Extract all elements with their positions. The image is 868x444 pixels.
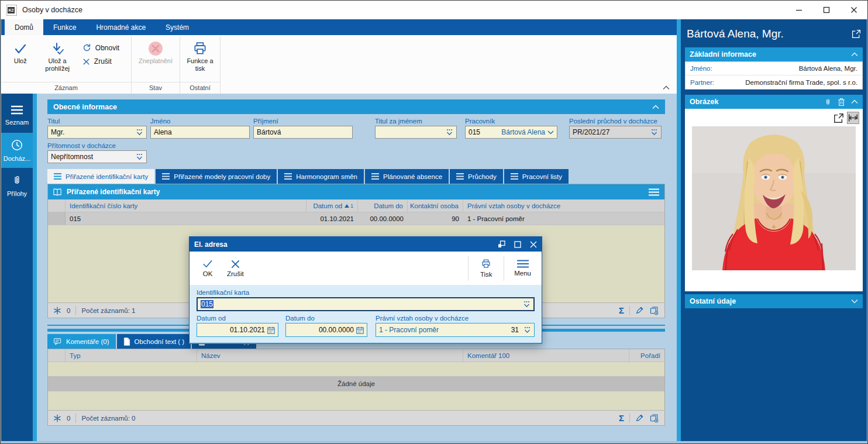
collapse-section-button[interactable] [652, 105, 659, 109]
posledni-pruchod-field[interactable]: PR/2021/27 [569, 126, 662, 139]
functions-print-button[interactable]: Funkce a tisk [182, 36, 218, 82]
fit-width-button[interactable] [847, 112, 859, 124]
cancel-button[interactable]: Zrušit [82, 57, 124, 66]
ribbon-tab-domu[interactable]: Domů [5, 19, 43, 35]
edit-pencil-button[interactable] [635, 306, 644, 315]
check-icon [202, 259, 213, 269]
calendar-icon[interactable] [356, 326, 364, 334]
jmeno-field[interactable]: Alena [150, 126, 250, 139]
ribbon-tab-hromadne-akce[interactable]: Hromadné akce [86, 19, 156, 35]
column-datum-od[interactable]: Datum od 1 [306, 199, 358, 212]
tab-harmonogram-smen[interactable]: Harmonogram směn [278, 169, 364, 184]
tab-modely-pracovni-doby[interactable]: Přiřazené modely pracovní doby [156, 169, 277, 184]
save-button[interactable]: Ulož [4, 36, 37, 82]
calendar-icon[interactable] [267, 326, 275, 334]
person-name: Bártová Alena, Mgr. [687, 27, 784, 40]
open-external-icon [852, 29, 861, 39]
ribbon-tab-system[interactable]: Systém [156, 19, 199, 35]
date-to-input[interactable]: 00.00.0000 [285, 323, 367, 337]
group-label-record: Záznam [1, 82, 131, 94]
dialog-titlebar[interactable]: El. adresa [190, 237, 542, 252]
tab-prirazene-karty[interactable]: Přiřazené identifikační karty [47, 169, 154, 184]
prijmeni-field[interactable]: Bártová [253, 126, 353, 139]
table-menu-button[interactable] [646, 187, 662, 198]
dropdown-icon[interactable] [523, 301, 531, 308]
open-detail-button[interactable] [852, 29, 861, 39]
sum-button[interactable]: Σ [619, 306, 624, 315]
ok-button[interactable]: OK [195, 257, 220, 280]
card-field-input[interactable]: 015 [197, 297, 535, 311]
dialog-cancel-label: Zrušit [227, 270, 244, 277]
ribbon-tab-strip: Domů Funkce Hromadné akce Systém [1, 19, 677, 35]
tab-pruchody[interactable]: Průchody [450, 169, 503, 184]
tab-komentare[interactable]: Komentáře (0) [47, 334, 116, 349]
chevron-up-icon [652, 105, 659, 109]
add-record-button[interactable] [649, 414, 659, 423]
paperclip-icon[interactable] [824, 98, 832, 106]
ribbon-collapse-button[interactable] [663, 85, 670, 90]
sidebar-item-seznam[interactable]: Seznam [1, 98, 33, 133]
maximize-icon[interactable] [514, 241, 521, 248]
tab-obchodni-text[interactable]: Obchodní text ( ) [117, 334, 191, 349]
other-data-bar[interactable]: Ostatní údaje [685, 294, 863, 308]
column-poradi[interactable]: Pořadí [629, 349, 664, 362]
sidebar-splitter[interactable] [33, 94, 37, 441]
pracovnik-field[interactable]: 015 Bártová Alena [465, 126, 557, 139]
picture-bar[interactable]: Obrázek [685, 95, 863, 109]
maximize-button[interactable] [812, 1, 840, 19]
dropdown-icon[interactable] [523, 326, 531, 333]
column-datum-do[interactable]: Datum do [358, 199, 408, 212]
print-label: Tisk [480, 271, 492, 278]
chevron-down-icon[interactable] [851, 299, 858, 304]
titul-value: Mgr. [51, 128, 64, 136]
dropdown-icon[interactable] [650, 129, 658, 136]
chevron-up-icon[interactable] [851, 99, 858, 104]
dropdown-icon[interactable] [446, 129, 453, 136]
titul-field[interactable]: Mgr. [47, 126, 147, 139]
sidebar-item-dochazka[interactable]: Docház... [1, 133, 33, 168]
column-cislo-karty[interactable]: Identifikační číslo karty [66, 199, 306, 212]
basic-info-bar[interactable]: Základní informace [685, 47, 863, 61]
menu-button[interactable]: Menu [509, 257, 536, 279]
ribbon-group-state: Zneplatnění Stav [132, 35, 180, 94]
titlebar: K2 Osoby v docházce [1, 1, 867, 19]
pritomnost-field[interactable]: Nepřítomnost [47, 150, 147, 163]
person-header: Bártová Alena, Mgr. [685, 24, 863, 47]
dialog-cancel-button[interactable]: Zrušit [222, 257, 249, 280]
restore-icon[interactable] [498, 240, 505, 248]
column-nazev[interactable]: Název [197, 349, 463, 362]
close-icon[interactable] [530, 241, 537, 248]
comment-icon [54, 338, 62, 345]
dropdown-icon[interactable] [136, 129, 143, 136]
tab-label: Plánované absence [383, 173, 442, 180]
column-kontaktni-osoba[interactable]: Kontaktní osoba [408, 199, 463, 212]
tab-pracovni-listy[interactable]: Pracovní listy [504, 169, 569, 184]
edit-pencil-button[interactable] [635, 414, 644, 422]
open-image-button[interactable] [833, 113, 844, 123]
sidebar-item-prilohy[interactable]: Přílohy [1, 168, 33, 203]
maximize-icon [823, 6, 830, 13]
titul-za-field[interactable] [375, 126, 457, 139]
minimize-button[interactable] [785, 1, 812, 19]
relation-input[interactable]: 1 - Pracovní poměr 31 [376, 323, 535, 337]
ribbon-tab-funkce[interactable]: Funkce [43, 19, 86, 35]
close-button[interactable] [840, 1, 867, 19]
invalidate-icon [147, 40, 164, 57]
dropdown-icon[interactable] [136, 153, 143, 160]
column-typ[interactable]: Typ [66, 349, 197, 362]
vertical-splitter[interactable] [677, 19, 681, 441]
column-pravni-vztah[interactable]: Právní vztah osoby v docházce [463, 199, 664, 212]
general-fields-row-1: Titul Mgr. Jméno Alena [47, 115, 665, 139]
print-button[interactable]: Tisk [474, 256, 498, 280]
table-row[interactable]: 015 01.10.2021 00.00.0000 90 1 - Pracovn… [48, 212, 664, 225]
trash-icon[interactable] [838, 98, 845, 106]
chevron-up-icon[interactable] [851, 52, 858, 57]
refresh-button[interactable]: Obnovit [82, 43, 124, 52]
date-from-input[interactable]: 01.10.2021 [197, 323, 278, 337]
add-record-button[interactable] [649, 306, 659, 315]
tab-planovane-absence[interactable]: Plánované absence [365, 169, 449, 184]
save-and-view-button[interactable]: Ulož a prohlížej [37, 36, 77, 82]
sum-button[interactable]: Σ [619, 414, 624, 422]
column-komentar[interactable]: Komentář 100 [463, 349, 629, 362]
sort-order-number: 1 [350, 203, 353, 209]
